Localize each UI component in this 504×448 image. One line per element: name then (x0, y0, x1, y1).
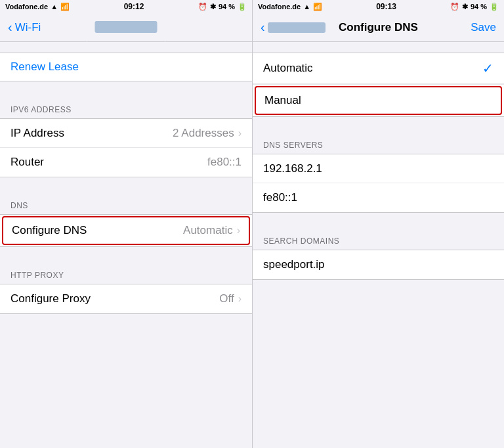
alarm-icon: ⏰ (198, 3, 207, 11)
left-back-label: Wi-Fi (15, 21, 41, 34)
automatic-option-label: Automatic (263, 62, 313, 75)
manual-option-label: Manual (264, 94, 301, 107)
right-alarm-icon: ⏰ (450, 3, 459, 11)
left-status-bar: Vodafone.de ▲ 📶 09:12 ⏰ ✱ 94 % 🔋 (0, 0, 252, 13)
ip-address-chevron-icon: › (238, 127, 242, 139)
right-wifi-icon: 📶 (313, 3, 322, 11)
right-status-bar: Vodafone.de ▲ 📶 09:13 ⏰ ✱ 94 % 🔋 (253, 0, 504, 13)
ipv6-cell-group: IP Address 2 Addresses › Router fe80::1 (0, 118, 252, 177)
right-battery: 94 % (471, 3, 487, 11)
ip-address-cell[interactable]: IP Address 2 Addresses › (0, 119, 252, 148)
http-proxy-section-header: HTTP PROXY (0, 260, 252, 284)
right-status-left: Vodafone.de ▲ 📶 (258, 3, 322, 11)
gap2 (0, 177, 252, 190)
battery-icon: 🔋 (238, 3, 247, 11)
gap3 (0, 247, 252, 260)
configure-dns-chevron-icon: › (237, 225, 240, 236)
left-battery: 94 % (219, 3, 235, 11)
router-label: Router (10, 156, 44, 169)
right-nav-title: Configure DNS (339, 21, 418, 34)
manual-option-cell[interactable]: Manual (255, 86, 502, 115)
automatic-check-icon: ✓ (482, 60, 494, 76)
dns-servers-gap (253, 117, 504, 130)
search-domains-gap (253, 213, 504, 226)
configure-proxy-cell[interactable]: Configure Proxy Off › (0, 284, 252, 313)
right-panel: Vodafone.de ▲ 📶 09:13 ⏰ ✱ 94 % 🔋 ‹ •••••… (252, 0, 504, 448)
dns-cell-wrapper: Configure DNS Automatic › (0, 214, 252, 247)
configure-proxy-label: Configure Proxy (10, 292, 91, 305)
configure-proxy-value: Off › (219, 292, 242, 305)
left-status-left: Vodafone.de ▲ 📶 (5, 3, 70, 11)
manual-option-wrapper: Manual (253, 84, 504, 116)
ip-address-value: 2 Addresses › (173, 127, 242, 140)
left-back-chevron-icon: ‹ (8, 20, 12, 34)
dns-servers-header: DNS SERVERS (253, 130, 504, 154)
right-back-button[interactable]: ‹ •••••••••• (261, 21, 326, 34)
bluetooth-icon: ✱ (210, 3, 216, 11)
left-carrier: Vodafone.de (5, 3, 48, 11)
right-nav-bar: ‹ •••••••••• Configure DNS Save (253, 13, 504, 42)
right-carrier: Vodafone.de (258, 3, 301, 11)
search-domain-1: speedport.ip (253, 250, 504, 279)
gap1 (0, 81, 252, 95)
right-time: 09:13 (376, 2, 396, 11)
right-signal-icon: ▲ (303, 3, 310, 11)
signal-icon: ▲ (51, 3, 58, 11)
dns-servers-group: 192.168.2.1 fe80::1 (253, 154, 504, 213)
left-content: Renew Lease IPV6 ADDRESS IP Address 2 Ad… (0, 42, 252, 448)
router-cell: Router fe80::1 (0, 148, 252, 177)
right-back-network-name: •••••••••• (268, 22, 326, 33)
search-domains-group: speedport.ip (253, 250, 504, 280)
dns-server-1: 192.168.2.1 (253, 154, 504, 183)
search-domains-header: SEARCH DOMAINS (253, 226, 504, 250)
wifi-icon: 📶 (60, 3, 70, 11)
router-value: fe80::1 (207, 156, 242, 169)
dns-section-header: DNS (0, 190, 252, 214)
renew-lease-cell: Renew Lease (0, 53, 252, 81)
configure-dns-cell[interactable]: Configure DNS Automatic › (2, 216, 250, 245)
left-nav-title: •••••••••• (87, 13, 165, 42)
configure-dns-label: Configure DNS (12, 224, 87, 237)
right-bluetooth-icon: ✱ (462, 3, 468, 11)
configure-dns-value: Automatic › (183, 224, 240, 237)
right-status-right: ⏰ ✱ 94 % 🔋 (450, 3, 499, 11)
configure-proxy-chevron-icon: › (238, 293, 242, 305)
http-proxy-cell-group: Configure Proxy Off › (0, 284, 252, 314)
ip-address-label: IP Address (10, 127, 64, 140)
left-status-right: ⏰ ✱ 94 % 🔋 (198, 3, 247, 11)
left-network-name: •••••••••• (94, 21, 157, 33)
right-battery-icon: 🔋 (490, 3, 499, 11)
right-content: Automatic ✓ Manual DNS SERVERS 192.168.2… (253, 42, 504, 448)
automatic-option-cell[interactable]: Automatic ✓ (253, 53, 504, 84)
dns-server-2: fe80::1 (253, 183, 504, 212)
left-panel: Vodafone.de ▲ 📶 09:12 ⏰ ✱ 94 % 🔋 ‹ Wi-Fi… (0, 0, 252, 448)
dns-mode-group: Automatic ✓ Manual (253, 53, 504, 117)
left-time: 09:12 (124, 2, 144, 11)
renew-lease-button[interactable]: Renew Lease (10, 53, 79, 81)
left-nav-bar: ‹ Wi-Fi •••••••••• (0, 13, 252, 42)
save-button[interactable]: Save (471, 21, 496, 34)
right-back-chevron-icon: ‹ (261, 20, 265, 34)
ipv6-section-header: IPV6 ADDRESS (0, 95, 252, 118)
left-back-button[interactable]: ‹ Wi-Fi (8, 21, 41, 34)
